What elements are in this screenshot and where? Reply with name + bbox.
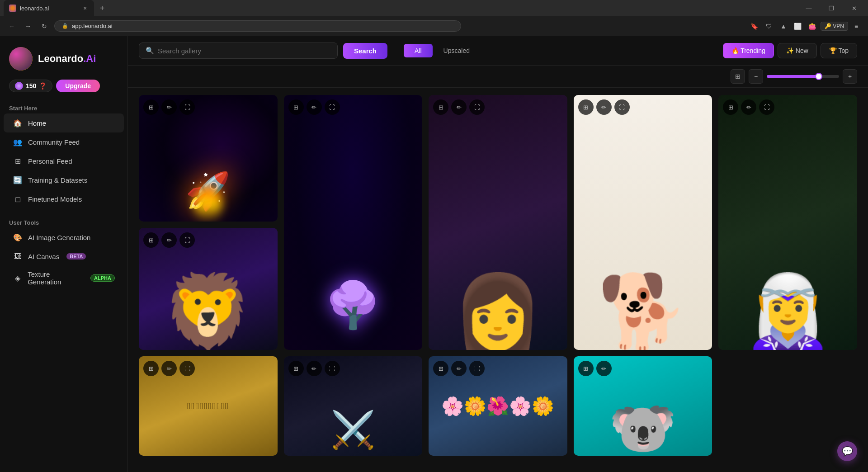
expand-overlay-btn[interactable]: ⛶ xyxy=(469,361,485,376)
grid-overlay-btn[interactable]: ⊞ xyxy=(288,99,304,115)
top-button[interactable]: 🏆 Top xyxy=(821,43,857,58)
sidebar-item-finetuned[interactable]: ◻ Finetuned Models xyxy=(4,189,124,208)
gallery-container[interactable]: ⊞ ✏ ⛶ ⊞ ✏ ⛶ xyxy=(128,88,868,472)
edit-overlay-btn[interactable]: ✏ xyxy=(451,361,467,376)
grid-overlay-btn[interactable]: ⊞ xyxy=(143,361,159,376)
search-input[interactable] xyxy=(158,47,331,55)
edit-overlay-btn[interactable]: ✏ xyxy=(161,232,177,248)
grid-overlay-btn[interactable]: ⊞ xyxy=(143,99,159,115)
gallery-item-lion[interactable]: ⊞ ✏ ⛶ xyxy=(139,228,278,350)
community-icon: 👥 xyxy=(13,137,23,147)
sidebar-item-texture-gen[interactable]: ◈ Texture Generation ALPHA xyxy=(4,266,124,290)
sidebar-item-home[interactable]: 🏠 Home xyxy=(4,113,124,132)
forward-button[interactable]: → xyxy=(22,20,34,33)
address-bar: ← → ↻ 🔒 app.leonardo.ai 🔖 🛡 ▲ ⬜ 👛 🔑 VPN … xyxy=(0,16,868,36)
slider-track xyxy=(767,75,839,78)
active-tab[interactable]: leonardo.ai ✕ xyxy=(4,0,94,16)
tools-nav: 🎨 AI Image Generation 🖼 AI Canvas BETA ◈… xyxy=(0,228,127,290)
search-button[interactable]: Search xyxy=(343,43,387,59)
extension-icon[interactable]: 🛡 xyxy=(763,20,775,33)
vpn-badge[interactable]: 🔑 VPN xyxy=(821,22,848,31)
tab-favicon xyxy=(9,5,16,12)
overlay-top: ⊞ ✏ ⛶ xyxy=(433,361,563,376)
sidebar-item-community-feed[interactable]: 👥 Community Feed xyxy=(4,132,124,151)
training-label: Training & Datasets xyxy=(28,176,87,184)
menu-icon[interactable]: ≡ xyxy=(850,20,863,33)
sidebar-item-ai-image-gen[interactable]: 🎨 AI Image Generation xyxy=(4,228,124,247)
reload-button[interactable]: ↻ xyxy=(38,20,51,33)
texture-gen-label: Texture Generation xyxy=(28,270,83,286)
edit-overlay-btn[interactable]: ✏ xyxy=(307,99,322,115)
gallery-item-woman[interactable]: ⊞ ✏ ⛶ xyxy=(429,95,567,350)
edit-overlay-btn[interactable]: ✏ xyxy=(161,99,177,115)
expand-overlay-btn[interactable]: ⛶ xyxy=(179,99,195,115)
gallery-item-chihuahua[interactable]: ⊞ ✏ ⛶ xyxy=(574,95,712,350)
tab-close-btn[interactable]: ✕ xyxy=(81,5,89,12)
edit-overlay-btn[interactable]: ✏ xyxy=(596,361,612,376)
grid-view-button[interactable]: ⊞ xyxy=(731,69,745,84)
expand-overlay-btn[interactable]: ⛶ xyxy=(179,232,195,248)
trending-button[interactable]: 🔥 Trending xyxy=(723,43,774,58)
grid-overlay-btn[interactable]: ⊞ xyxy=(723,99,738,115)
finetuned-label: Finetuned Models xyxy=(28,195,82,203)
start-here-label: Start Here xyxy=(0,101,127,113)
zoom-in-button[interactable]: + xyxy=(843,69,857,84)
sidebar-item-training[interactable]: 🔄 Training & Datasets xyxy=(4,170,124,189)
filter-tab-all[interactable]: All xyxy=(404,44,433,57)
profile-icon[interactable]: ⬜ xyxy=(792,20,804,33)
expand-overlay-btn[interactable]: ⛶ xyxy=(759,99,774,115)
gallery-item-rocket[interactable]: ⊞ ✏ ⛶ xyxy=(139,95,278,222)
gallery-item-warrior[interactable]: ⊞ ✏ ⛶ xyxy=(284,356,423,456)
grid-overlay-btn[interactable]: ⊞ xyxy=(433,99,448,115)
notification-button[interactable]: 💬 xyxy=(837,441,857,461)
gallery-item-fairy[interactable]: ⊞ ✏ ⛶ xyxy=(718,95,857,350)
expand-overlay-btn[interactable]: ⛶ xyxy=(614,99,630,115)
zoom-slider[interactable] xyxy=(767,75,839,78)
sidebar-item-ai-canvas[interactable]: 🖼 AI Canvas BETA xyxy=(4,247,124,266)
edit-overlay-btn[interactable]: ✏ xyxy=(741,99,756,115)
win-restore-btn[interactable]: ❐ xyxy=(821,0,842,16)
grid-overlay-btn[interactable]: ⊞ xyxy=(433,361,448,376)
sidebar-item-personal-feed[interactable]: ⊞ Personal Feed xyxy=(4,151,124,170)
grid-overlay-btn[interactable]: ⊞ xyxy=(288,361,304,376)
expand-overlay-btn[interactable]: ⛶ xyxy=(469,99,485,115)
edit-overlay-btn[interactable]: ✏ xyxy=(161,361,177,376)
win-minimize-btn[interactable]: — xyxy=(798,0,819,16)
back-button[interactable]: ← xyxy=(5,20,18,33)
gallery-item-hieroglyph[interactable]: ⊞ ✏ ⛶ xyxy=(139,356,278,456)
gallery-item-flowers[interactable]: ⊞ ✏ ⛶ xyxy=(429,356,567,456)
edit-overlay-btn[interactable]: ✏ xyxy=(596,99,612,115)
win-close-btn[interactable]: ✕ xyxy=(844,0,864,16)
wallet-icon[interactable]: 👛 xyxy=(806,20,819,33)
expand-overlay-btn[interactable]: ⛶ xyxy=(325,361,340,376)
bookmark-icon[interactable]: 🔖 xyxy=(748,20,761,33)
help-icon[interactable]: ❓ xyxy=(39,82,47,90)
upgrade-button[interactable]: Upgrade xyxy=(56,80,100,92)
new-button[interactable]: ✨ New xyxy=(778,43,817,58)
gallery-item-tree[interactable]: ⊞ ✏ ⛶ xyxy=(284,95,423,350)
grid-overlay-btn[interactable]: ⊞ xyxy=(143,232,159,248)
credits-row: 150 ❓ Upgrade xyxy=(0,80,127,101)
edit-overlay-btn[interactable]: ✏ xyxy=(307,361,322,376)
ai-image-gen-icon: 🎨 xyxy=(13,232,23,242)
grid-overlay-btn[interactable]: ⊞ xyxy=(578,361,594,376)
grid-overlay-btn[interactable]: ⊞ xyxy=(578,99,594,115)
new-tab-button[interactable]: + xyxy=(96,2,108,14)
tab-bar: leonardo.ai ✕ + — ❐ ✕ xyxy=(0,0,868,16)
window-controls: — ❐ ✕ xyxy=(798,0,864,16)
edit-overlay-btn[interactable]: ✏ xyxy=(451,99,467,115)
logo-text: Leonardo.Ai xyxy=(38,53,96,65)
filter-tab-upscaled[interactable]: Upscaled xyxy=(433,44,481,57)
item-overlay: ⊞ ✏ ⛶ xyxy=(718,95,857,350)
gallery-item-koala[interactable]: ⊞ ✏ xyxy=(574,356,712,456)
brave-icon[interactable]: ▲ xyxy=(777,20,790,33)
zoom-out-button[interactable]: − xyxy=(749,69,763,84)
expand-overlay-btn[interactable]: ⛶ xyxy=(325,99,340,115)
url-bar[interactable]: 🔒 app.leonardo.ai xyxy=(54,20,461,32)
community-label: Community Feed xyxy=(28,138,80,146)
credits-badge: 150 ❓ xyxy=(9,80,52,92)
search-input-container[interactable]: 🔍 xyxy=(139,42,338,59)
expand-overlay-btn[interactable]: ⛶ xyxy=(179,361,195,376)
main-nav: 🏠 Home 👥 Community Feed ⊞ Personal Feed … xyxy=(0,113,127,208)
gallery-grid: ⊞ ✏ ⛶ ⊞ ✏ ⛶ xyxy=(139,95,857,456)
